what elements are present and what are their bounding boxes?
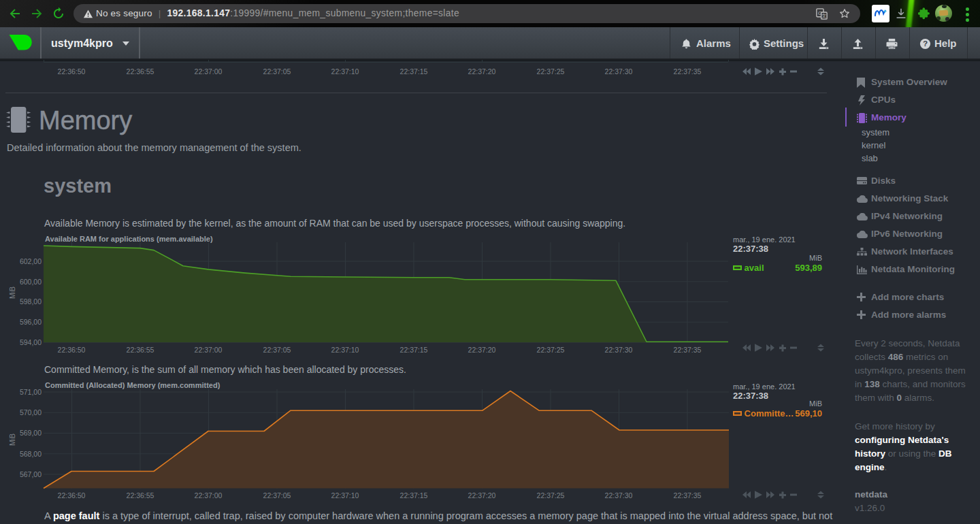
svg-text:?: ? [923,39,928,48]
svg-text:文: 文 [821,13,826,19]
